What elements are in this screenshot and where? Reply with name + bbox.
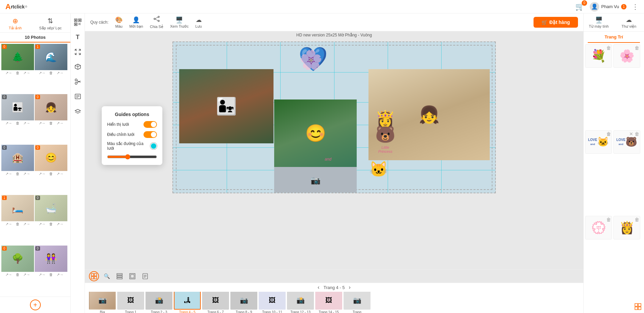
hien-thi-toggle[interactable]	[143, 121, 157, 128]
photo-item[interactable]: 🌳 0	[1, 246, 34, 272]
photo-delete[interactable]: 🗑	[49, 121, 53, 125]
photo-arrow[interactable]: ↗→	[57, 71, 63, 75]
sticker-delete-1[interactable]: 🗑	[606, 45, 611, 51]
photo-item[interactable]: 🛏️ 1	[1, 195, 34, 221]
photo-arrow[interactable]: ↗→	[57, 222, 63, 226]
page-thumb-trang8-9[interactable]: 📷 Trang 8 - 9	[230, 292, 257, 313]
toolbar-moi-ban[interactable]: 👤 Mời bạn	[129, 16, 143, 29]
prev-page-button[interactable]: ‹	[318, 284, 319, 290]
photo-delete[interactable]: 🗑	[49, 71, 53, 75]
sticker-item-6[interactable]: 👸 🗑	[613, 216, 640, 239]
photo-arrow[interactable]: ↗→	[23, 172, 30, 176]
page-thumb-trang12-13[interactable]: 📸 Trang 12 - 13	[287, 292, 314, 313]
scissors-tool[interactable]	[72, 76, 83, 87]
zoom-button[interactable]: 🔍	[102, 271, 112, 281]
sort-filter-action[interactable]: ⇅ Sắp xếp/ Lọc	[39, 17, 62, 30]
photo-row-action[interactable]: ↗→	[5, 273, 12, 277]
list-button[interactable]	[115, 271, 125, 281]
tab-tu-may-tinh[interactable]: 🖥️ Từ máy tính	[584, 13, 614, 31]
photo-delete[interactable]: 🗑	[16, 273, 20, 277]
add-photo-button[interactable]: +	[30, 300, 41, 310]
toolbar-xem-truoc[interactable]: 🖥️ Xem Trước	[170, 16, 189, 29]
sticker-item-1[interactable]: 💐 🗑	[585, 44, 612, 68]
photo-item[interactable]: 🌊 1	[35, 44, 67, 70]
notes-tool[interactable]	[72, 91, 83, 102]
photo-arrow[interactable]: ↗→	[23, 71, 30, 75]
tab-thu-vien[interactable]: ☁ Thư viện	[614, 13, 644, 31]
photo-row-action[interactable]: ↗→	[5, 222, 12, 226]
photo-item[interactable]: 🏨 0	[1, 145, 34, 171]
page-thumb-trang[interactable]: 📷 Trang	[344, 292, 371, 313]
page-thumb-trang1[interactable]: 🖼 Trang 1	[117, 292, 144, 313]
sticker-delete-6[interactable]: 🗑	[635, 217, 639, 222]
upload-action[interactable]: ⊕ Tải ảnh	[9, 17, 22, 30]
dieu-chinh-toggle[interactable]	[143, 131, 157, 138]
text-tool[interactable]: T	[72, 32, 83, 42]
page-thumb-trang2-3[interactable]: 📸 Trang 2 - 3	[146, 292, 172, 313]
page-thumb-bia[interactable]: 📷 Bìa	[89, 292, 116, 313]
sticker-x-4[interactable]: ✕	[629, 131, 633, 137]
photo-arrow[interactable]: ↗→	[57, 121, 63, 125]
photo-row-action[interactable]: ↗→	[39, 273, 45, 277]
sticker-item-2[interactable]: 🌸 🗑	[613, 44, 640, 68]
user-info[interactable]: 👤 Pham Vu 1	[590, 2, 626, 11]
toolbar-mau[interactable]: 🎨 Màu	[115, 16, 123, 28]
toolbar-chia-se[interactable]: Chia Sẻ	[150, 16, 163, 29]
photo-row-action[interactable]: ↗→	[5, 71, 12, 75]
3d-tool[interactable]	[72, 61, 83, 72]
photo-item[interactable]: 🌲 0	[1, 44, 34, 70]
canvas-photo-4[interactable]: 📷	[274, 167, 357, 193]
photo-arrow[interactable]: ↗→	[57, 273, 63, 277]
grid-view-button[interactable]	[89, 271, 99, 281]
photo-row-action[interactable]: ↗→	[5, 172, 12, 176]
photo-arrow[interactable]: ↗→	[23, 222, 30, 226]
photo-row-action[interactable]: ↗→	[39, 172, 45, 176]
sticker-item-4[interactable]: LOVEand 🐻 ✕ 🗑	[613, 130, 640, 154]
right-grid-view-button[interactable]	[635, 303, 641, 312]
sticker-delete-2[interactable]: 🗑	[635, 45, 639, 51]
order-button[interactable]: 🛒 Đặt hàng	[534, 17, 578, 28]
photo-delete[interactable]: 🗑	[49, 273, 53, 277]
frame-button[interactable]	[127, 271, 137, 281]
canvas-sticker-princess[interactable]: 👸 🐻 LittlePrincess	[358, 110, 412, 193]
photo-delete[interactable]: 🗑	[16, 172, 20, 176]
photo-arrow[interactable]: ↗→	[57, 172, 63, 176]
color-dot[interactable]	[150, 143, 157, 149]
sticker-item-5[interactable]: 💮 🗑	[585, 216, 612, 239]
photo-item[interactable]: 😊 0	[35, 145, 67, 171]
photo-item[interactable]: 👧 0	[35, 94, 67, 120]
page-button[interactable]	[140, 271, 150, 281]
photo-row-action[interactable]: ↗→	[39, 222, 45, 226]
sticker-item-3[interactable]: LOVEand 🐱 ☆ 🗑	[585, 130, 612, 154]
page-thumb-trang10-11[interactable]: 🖼 Trang 10 - 11	[259, 292, 286, 313]
sticker-delete-5[interactable]: 🗑	[606, 217, 611, 222]
photo-item[interactable]: 👭 0	[35, 246, 67, 272]
photo-item[interactable]: 🛁 0	[35, 195, 67, 221]
photo-row-action[interactable]: ↗→	[39, 121, 45, 125]
photo-delete[interactable]: 🗑	[16, 222, 20, 226]
photo-arrow[interactable]: ↗→	[23, 273, 30, 277]
sticker-delete-4[interactable]: 🗑	[635, 131, 639, 137]
photo-delete[interactable]: 🗑	[49, 172, 53, 176]
canvas-sticker-and[interactable]: and	[325, 157, 331, 162]
canvas-photo-2[interactable]: 😊	[274, 99, 357, 167]
page-canvas[interactable]: 👨‍👧 😊 👧 📷	[172, 41, 496, 193]
next-page-button[interactable]: ›	[349, 284, 351, 290]
photo-item[interactable]: 👨‍👧 0	[1, 94, 34, 120]
sticker-delete-3[interactable]: 🗑	[606, 131, 611, 137]
photo-row-action[interactable]: ↗→	[39, 71, 45, 75]
expand-tool[interactable]	[72, 47, 83, 57]
photo-delete[interactable]: 🗑	[49, 222, 53, 226]
canvas-sticker-animal[interactable]: 🐱	[368, 160, 389, 180]
cart-button[interactable]: 🛒 0	[575, 2, 584, 11]
qr-tool[interactable]	[72, 17, 83, 28]
canvas-sticker-heart[interactable]: 💙 🌸	[298, 47, 328, 78]
photo-arrow[interactable]: ↗→	[23, 121, 30, 125]
page-thumb-trang14-15[interactable]: 🖼 Trang 14 - 15	[315, 292, 342, 313]
toolbar-luu[interactable]: ☁ Lưu	[195, 16, 202, 29]
photo-delete[interactable]: 🗑	[16, 121, 20, 125]
photo-row-action[interactable]: ↗→	[5, 121, 12, 125]
layers-tool[interactable]	[72, 106, 83, 117]
page-thumb-trang6-7[interactable]: 🖼 Trang 6 - 7	[202, 292, 229, 313]
more-button[interactable]: ⋮	[632, 3, 639, 11]
